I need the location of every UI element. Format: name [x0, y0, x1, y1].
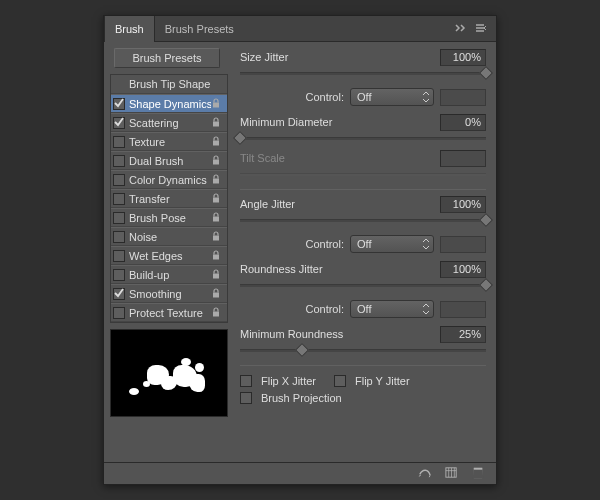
toggle-preview-icon[interactable]	[417, 465, 432, 482]
size-control-dropdown[interactable]: Off	[350, 88, 434, 106]
angle-control-value[interactable]	[440, 236, 486, 253]
shape-dynamics-settings: Size Jitter100% Control:Off Minimum Diam…	[234, 42, 496, 462]
checkbox[interactable]	[113, 174, 125, 186]
min-diameter-label: Minimum Diameter	[240, 116, 440, 128]
min-roundness-slider[interactable]	[240, 344, 486, 358]
svg-rect-3	[213, 159, 219, 164]
angle-control-label: Control:	[305, 238, 344, 250]
option-shape-dynamics[interactable]: Shape Dynamics	[111, 94, 227, 113]
roundness-jitter-slider[interactable]	[240, 279, 486, 293]
lock-icon[interactable]	[211, 117, 223, 129]
brush-preview	[110, 329, 228, 417]
size-control-label: Control:	[305, 91, 344, 103]
option-texture[interactable]: Texture	[111, 132, 227, 151]
checkbox[interactable]	[113, 98, 125, 110]
option-brush-tip-shape[interactable]: Brush Tip Shape	[111, 75, 227, 94]
roundness-control-value[interactable]	[440, 301, 486, 318]
panel-footer	[104, 462, 496, 484]
checkbox[interactable]	[113, 250, 125, 262]
roundness-control-label: Control:	[305, 303, 344, 315]
option-scattering[interactable]: Scattering	[111, 113, 227, 132]
expand-icon[interactable]	[454, 21, 468, 37]
checkbox[interactable]	[113, 288, 125, 300]
size-jitter-label: Size Jitter	[240, 51, 440, 63]
svg-rect-11	[213, 311, 219, 316]
svg-rect-1	[213, 121, 219, 126]
checkbox[interactable]	[113, 212, 125, 224]
panel-menu-icon[interactable]	[474, 21, 488, 37]
option-protect-texture[interactable]: Protect Texture	[111, 303, 227, 322]
size-jitter-value[interactable]: 100%	[440, 49, 486, 66]
svg-rect-0	[213, 102, 219, 107]
brush-projection-label: Brush Projection	[261, 392, 342, 404]
angle-control-dropdown[interactable]: Off	[350, 235, 434, 253]
lock-icon[interactable]	[211, 212, 223, 224]
chevron-updown-icon	[422, 302, 430, 318]
option-color-dynamics[interactable]: Color Dynamics	[111, 170, 227, 189]
lock-icon[interactable]	[211, 98, 223, 110]
roundness-jitter-label: Roundness Jitter	[240, 263, 440, 275]
chevron-updown-icon	[422, 237, 430, 253]
svg-rect-9	[213, 273, 219, 278]
checkbox[interactable]	[113, 136, 125, 148]
lock-icon[interactable]	[211, 174, 223, 186]
svg-rect-10	[213, 292, 219, 297]
lock-icon[interactable]	[211, 250, 223, 262]
flip-x-checkbox[interactable]	[240, 375, 252, 387]
size-control-value[interactable]	[440, 89, 486, 106]
option-transfer[interactable]: Transfer	[111, 189, 227, 208]
lock-icon[interactable]	[211, 136, 223, 148]
lock-icon[interactable]	[211, 155, 223, 167]
lock-icon[interactable]	[211, 231, 223, 243]
flip-y-checkbox[interactable]	[334, 375, 346, 387]
brush-options-sidebar: Brush Presets Brush Tip ShapeShape Dynam…	[104, 42, 234, 462]
angle-jitter-value[interactable]: 100%	[440, 196, 486, 213]
panel-tabs: Brush Brush Presets	[104, 16, 496, 42]
svg-rect-7	[213, 235, 219, 240]
delete-brush-icon[interactable]	[471, 465, 486, 482]
checkbox[interactable]	[113, 193, 125, 205]
option-brush-pose[interactable]: Brush Pose	[111, 208, 227, 227]
checkbox[interactable]	[113, 231, 125, 243]
option-wet-edges[interactable]: Wet Edges	[111, 246, 227, 265]
option-smoothing[interactable]: Smoothing	[111, 284, 227, 303]
roundness-control-dropdown[interactable]: Off	[350, 300, 434, 318]
brush-panel: Brush Brush Presets Brush Presets Brush …	[103, 15, 497, 485]
tab-brush[interactable]: Brush	[104, 16, 155, 42]
svg-rect-4	[213, 178, 219, 183]
checkbox[interactable]	[113, 155, 125, 167]
svg-rect-2	[213, 140, 219, 145]
option-build-up[interactable]: Build-up	[111, 265, 227, 284]
min-diameter-slider[interactable]	[240, 132, 486, 146]
brush-projection-checkbox[interactable]	[240, 392, 252, 404]
min-roundness-label: Minimum Roundness	[240, 328, 440, 340]
lock-icon[interactable]	[211, 269, 223, 281]
tilt-scale-value	[440, 150, 486, 167]
option-noise[interactable]: Noise	[111, 227, 227, 246]
tilt-scale-slider	[240, 168, 486, 182]
new-brush-icon[interactable]	[444, 465, 459, 482]
flip-x-label: Flip X Jitter	[261, 375, 316, 387]
checkbox[interactable]	[113, 307, 125, 319]
size-jitter-slider[interactable]	[240, 67, 486, 81]
tilt-scale-label: Tilt Scale	[240, 152, 440, 164]
angle-jitter-slider[interactable]	[240, 214, 486, 228]
svg-rect-6	[213, 216, 219, 221]
min-roundness-value[interactable]: 25%	[440, 326, 486, 343]
lock-icon[interactable]	[211, 193, 223, 205]
svg-rect-14	[474, 468, 482, 470]
angle-jitter-label: Angle Jitter	[240, 198, 440, 210]
lock-icon[interactable]	[211, 307, 223, 319]
tab-brush-presets[interactable]: Brush Presets	[155, 16, 244, 42]
lock-icon[interactable]	[211, 288, 223, 300]
checkbox[interactable]	[113, 117, 125, 129]
svg-rect-8	[213, 254, 219, 259]
flip-y-label: Flip Y Jitter	[355, 375, 410, 387]
roundness-jitter-value[interactable]: 100%	[440, 261, 486, 278]
brush-presets-button[interactable]: Brush Presets	[114, 48, 220, 68]
checkbox[interactable]	[113, 269, 125, 281]
svg-rect-5	[213, 197, 219, 202]
brush-options-list: Brush Tip ShapeShape DynamicsScatteringT…	[110, 74, 228, 323]
option-dual-brush[interactable]: Dual Brush	[111, 151, 227, 170]
min-diameter-value[interactable]: 0%	[440, 114, 486, 131]
